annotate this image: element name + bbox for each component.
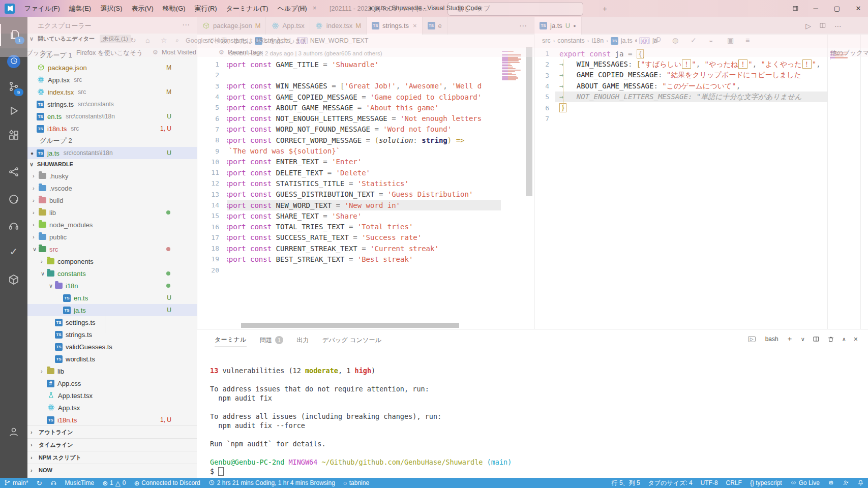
status-sync[interactable]: ↻ [33, 480, 46, 486]
menu-実行[interactable]: 実行(R) [190, 0, 222, 17]
code-line-11[interactable]: 11export const DELETE_TEXT = 'Delete' [197, 167, 501, 178]
editor-strings-ts[interactable]: 1export const GAME_TITLE = 'Shuwardle'23… [197, 59, 501, 276]
open-editor-strings.ts[interactable]: TSstrings.tssrc\constants [27, 98, 197, 110]
close-button[interactable]: ✕ [854, 5, 863, 12]
tree-item-ja.ts[interactable]: TSja.tsU [27, 304, 197, 316]
status-copilot[interactable] [824, 479, 839, 487]
minimize-button[interactable]: ─ [811, 5, 820, 12]
more-actions-icon[interactable]: ⋯ [834, 22, 842, 30]
breadcrumb-group-1[interactable]: src›constants›TSstrings.ts›[@]NEW_WORD_T… [197, 35, 509, 47]
editor-horizontal-scrollbar[interactable] [241, 323, 459, 328]
open-editor-App.tsx[interactable]: App.tsxsrc [27, 74, 197, 86]
tree-item-App.tsx[interactable]: App.tsx [27, 402, 197, 414]
breadcrumb-item[interactable]: NEW_WORD_TEXT [310, 37, 369, 44]
tree-item-node_modules[interactable]: ›node_modules [27, 219, 197, 231]
status-eol[interactable]: CRLF [722, 479, 746, 486]
status-cursor-position[interactable]: 行 5、列 5 [608, 479, 644, 487]
tab-index.tsx[interactable]: index.tsxM [310, 17, 367, 35]
minimap[interactable] [830, 51, 850, 62]
workspace-root-header[interactable]: ∨ SHUWARDLE [29, 161, 73, 168]
menu-移動[interactable]: 移動(G) [158, 0, 190, 17]
breadcrumb-item[interactable]: src [542, 37, 551, 44]
tab-ja.ts[interactable]: TSja.tsU● [534, 17, 582, 35]
layout-toggle-icon[interactable] [792, 5, 799, 12]
breadcrumb-group-2[interactable]: src›constants›i18n›TSja.ts›[@]ja [534, 35, 867, 47]
code-line-12[interactable]: 12export const STATISTICS_TITLE = 'Stati… [197, 178, 501, 189]
tree-item-src[interactable]: ∨src [27, 243, 197, 255]
tab-App.tsx[interactable]: App.tsx [266, 17, 310, 35]
status-git-branch[interactable]: main* [0, 479, 33, 487]
menu-ターミナル[interactable]: ターミナル(T) [222, 0, 273, 17]
section-NPM スクリプト[interactable]: ›NPM スクリプト [27, 451, 197, 464]
close-panel-button[interactable]: × [854, 335, 858, 343]
kill-terminal-button[interactable] [827, 335, 834, 343]
code-line-1[interactable]: 1export const GAME_TITLE = 'Shuwardle' [197, 59, 501, 70]
maximize-button[interactable]: ▢ [832, 5, 842, 12]
status-tabnine[interactable]: ○tabnine [339, 479, 373, 486]
breadcrumb-item[interactable]: ja.ts [621, 37, 633, 44]
menu-選択[interactable]: 選択(S) [96, 0, 127, 17]
new-terminal-button[interactable]: ＋ [786, 334, 793, 344]
tree-item-.husky[interactable]: ›.husky [27, 170, 197, 182]
status-code-time[interactable]: 2 hrs 21 mins Coding, 1 hr 4 mins Browsi… [204, 479, 339, 487]
code-line-16[interactable]: 16export const TOTAL_TRIES_TEXT = 'Total… [197, 221, 501, 232]
breadcrumb-item[interactable]: src [205, 37, 214, 44]
close-tab-icon[interactable]: × [413, 22, 417, 29]
terminal-shell-label[interactable]: bash [765, 336, 779, 343]
activity-package-explorer[interactable] [0, 269, 27, 291]
open-editor-index.tsx[interactable]: index.tsxsrcM [27, 86, 197, 98]
tree-item-App.css[interactable]: #App.css [27, 377, 197, 389]
terminal-dropdown-icon[interactable]: ∨ [801, 336, 805, 343]
menu-編集[interactable]: 編集(E) [65, 0, 96, 17]
section-NOW[interactable]: ›NOW [27, 464, 197, 476]
activity-github[interactable] [0, 189, 27, 211]
status-musictime[interactable]: MusicTime [61, 479, 99, 486]
open-editor-package.json[interactable]: package.jsonM [27, 62, 197, 74]
menu-ファイル[interactable]: ファイル(F) [20, 0, 65, 17]
panel-tab-出力[interactable]: 出力 [296, 336, 309, 347]
status-notifications[interactable] [853, 479, 868, 487]
code-line-7[interactable]: 7 [534, 113, 827, 124]
status-discord-status[interactable]: ⊕Connected to Discord [130, 479, 204, 486]
editor-ja-ts[interactable]: 1export const ja = {2→ WIN_MESSAGES: ["す… [534, 48, 827, 124]
status-ind​entation[interactable]: タブのサイズ: 4 [644, 479, 697, 487]
tab-strings.ts[interactable]: TSstrings.ts× [367, 17, 423, 35]
tab-overflow-icon[interactable]: ⋯ [519, 21, 527, 30]
explorer-more-actions-icon[interactable]: ⋯ [182, 20, 190, 29]
code-line-2[interactable]: 2→ WIN_MESSAGES: ["すばらしい！", "やったね！", "よく… [534, 59, 827, 70]
code-line-2[interactable]: 2 [197, 70, 501, 80]
terminal-output[interactable]: 13 vulnerabilities (12 moderate, 1 high)… [210, 366, 512, 476]
tree-item-lib[interactable]: ›lib [27, 365, 197, 377]
tree-item-constants[interactable]: ∨constants [27, 267, 197, 280]
status-account-status[interactable] [839, 479, 853, 487]
code-line-14[interactable]: 14export const NEW_WORD_TEXT = 'New word… [197, 200, 501, 210]
section-タイムライン[interactable]: ›タイムライン [27, 438, 197, 451]
tree-item-i18n.ts[interactable]: TSi18n.ts1, U [27, 414, 197, 426]
minimap[interactable] [502, 51, 524, 82]
code-line-13[interactable]: 13export const GUESS_DISTRIBUTION_TEXT =… [197, 189, 501, 200]
tree-item-en.ts[interactable]: TSen.tsU [27, 292, 197, 304]
breadcrumb-item[interactable]: ja [652, 37, 657, 44]
tree-item-App.test.tsx[interactable]: App.test.tsx [27, 389, 197, 402]
code-line-19[interactable]: 19export const BEST_STREAK_TEXT = 'Best … [197, 254, 501, 264]
activity-account[interactable] [0, 421, 27, 443]
section-アウトライン[interactable]: ›アウトライン [27, 425, 197, 438]
status-encoding[interactable]: UTF-8 [697, 479, 722, 486]
code-line-20[interactable]: 20 [197, 265, 501, 276]
breadcrumb-item[interactable]: strings.ts [265, 37, 290, 44]
run-button[interactable]: ▷ [805, 22, 811, 30]
panel-tab-ターミナル[interactable]: ターミナル [215, 336, 247, 347]
code-line-6[interactable]: 6} [534, 102, 827, 113]
editor-scrollbar[interactable] [526, 47, 532, 196]
code-line-10[interactable]: 10export const ENTER_TEXT = 'Enter' [197, 157, 501, 167]
code-line-15[interactable]: 15export const SHARE_TEXT = 'Share' [197, 210, 501, 221]
tree-item-build[interactable]: ›build [27, 194, 197, 206]
maximize-panel-button[interactable]: ∧ [842, 336, 846, 343]
code-line-3[interactable]: 3export const WIN_MESSAGES = ['Great Job… [197, 81, 501, 92]
tree-item-public[interactable]: ›public [27, 231, 197, 243]
code-line-9[interactable]: 9 `The word was ${solution}` [197, 145, 501, 156]
tree-item-i18n[interactable]: ∨i18n [27, 280, 197, 292]
code-line-18[interactable]: 18export const CURRENT_STREAK_TEXT = 'Cu… [197, 243, 501, 254]
open-editor-en.ts[interactable]: TSen.tssrc\constants\i18nU [27, 110, 197, 123]
tree-item-strings.ts[interactable]: TSstrings.ts [27, 328, 197, 341]
